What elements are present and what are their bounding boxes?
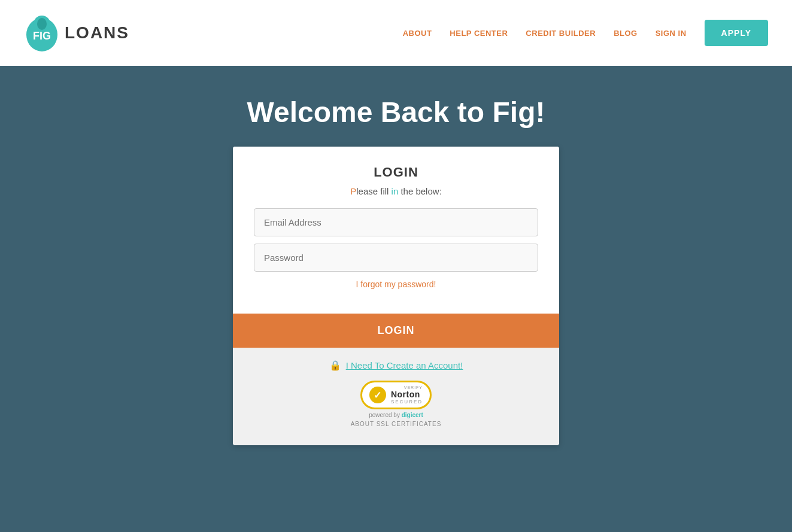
- norton-seal: ✓ VERIFY Norton SECURED: [360, 381, 432, 409]
- nav-about[interactable]: ABOUT: [403, 29, 432, 38]
- password-input[interactable]: [254, 244, 538, 272]
- norton-powered-label: powered by: [369, 412, 401, 418]
- card-top: LOGIN Please fill in the below: I forgot…: [233, 147, 559, 314]
- norton-badge: ✓ VERIFY Norton SECURED powered by digic…: [351, 381, 442, 427]
- nav-sign-in[interactable]: SIGN IN: [656, 29, 687, 38]
- subtitle-p: P: [350, 186, 356, 196]
- logo-area: FIG LOANS: [24, 12, 129, 54]
- norton-sub-text: SECURED: [391, 399, 423, 405]
- email-input[interactable]: [254, 208, 538, 236]
- norton-checkmark-icon: ✓: [369, 387, 386, 403]
- email-group: [254, 208, 538, 236]
- card-subtitle: Please fill in the below:: [254, 186, 538, 196]
- nav-credit-builder[interactable]: CREDIT BUILDER: [526, 29, 596, 38]
- forgot-password-link[interactable]: I forgot my password!: [356, 279, 436, 289]
- nav-help-center[interactable]: HELP CENTER: [450, 29, 508, 38]
- norton-main-text: Norton: [391, 390, 423, 399]
- subtitle-end: the below:: [398, 186, 442, 196]
- password-group: [254, 244, 538, 272]
- norton-text-area: VERIFY Norton SECURED: [391, 385, 423, 405]
- card-bottom: 🔒 I Need To Create an Account! ✓ VERIFY …: [233, 348, 559, 445]
- nav: ABOUT HELP CENTER CREDIT BUILDER BLOG SI…: [403, 20, 768, 46]
- create-account-link[interactable]: I Need To Create an Account!: [346, 360, 463, 370]
- subtitle-in: in: [392, 186, 399, 196]
- ssl-certificates-link[interactable]: ABOUT SSL CERTIFICATES: [351, 421, 442, 427]
- card-title: LOGIN: [254, 165, 538, 180]
- page-title: Welcome Back to Fig!: [247, 96, 545, 129]
- apply-button[interactable]: APPLY: [705, 20, 768, 46]
- logo-text: LOANS: [65, 23, 129, 42]
- subtitle-rest: lease fill: [356, 186, 391, 196]
- norton-verify-text: VERIFY: [391, 385, 423, 390]
- norton-digicert: digicert: [402, 412, 423, 418]
- norton-powered-row: powered by digicert: [369, 412, 423, 418]
- main-content: Welcome Back to Fig! LOGIN Please fill i…: [0, 66, 792, 532]
- nav-blog[interactable]: BLOG: [614, 29, 638, 38]
- login-card: LOGIN Please fill in the below: I forgot…: [233, 147, 559, 445]
- create-account-row: 🔒 I Need To Create an Account!: [329, 360, 463, 371]
- svg-text:FIG: FIG: [33, 30, 51, 42]
- svg-point-2: [37, 18, 47, 30]
- header: FIG LOANS ABOUT HELP CENTER CREDIT BUILD…: [0, 0, 792, 66]
- fig-logo-icon: FIG: [24, 12, 60, 54]
- login-button[interactable]: LOGIN: [233, 314, 559, 348]
- lock-icon: 🔒: [329, 360, 341, 371]
- forgot-password-row: I forgot my password!: [254, 279, 538, 290]
